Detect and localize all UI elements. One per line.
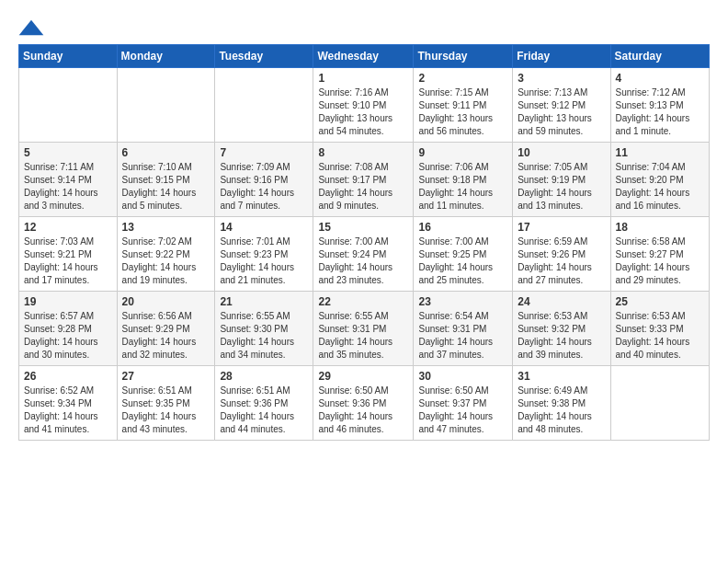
calendar-cell: 18Sunrise: 6:58 AM Sunset: 9:27 PM Dayli… bbox=[610, 217, 709, 292]
calendar-cell: 8Sunrise: 7:08 AM Sunset: 9:17 PM Daylig… bbox=[313, 143, 414, 217]
calendar-cell: 2Sunrise: 7:15 AM Sunset: 9:11 PM Daylig… bbox=[414, 68, 513, 143]
day-detail: Sunrise: 7:11 AM Sunset: 9:14 PM Dayligh… bbox=[24, 161, 112, 213]
calendar-cell: 23Sunrise: 6:54 AM Sunset: 9:31 PM Dayli… bbox=[414, 292, 513, 366]
calendar-cell: 10Sunrise: 7:05 AM Sunset: 9:19 PM Dayli… bbox=[513, 143, 610, 217]
day-detail: Sunrise: 6:49 AM Sunset: 9:38 PM Dayligh… bbox=[518, 385, 605, 436]
day-number: 5 bbox=[24, 146, 112, 159]
weekday-header-sunday: Sunday bbox=[19, 45, 118, 68]
day-detail: Sunrise: 6:53 AM Sunset: 9:32 PM Dayligh… bbox=[518, 310, 605, 362]
day-detail: Sunrise: 7:16 AM Sunset: 9:10 PM Dayligh… bbox=[318, 86, 408, 138]
weekday-header-row: SundayMondayTuesdayWednesdayThursdayFrid… bbox=[19, 45, 710, 68]
calendar-cell: 14Sunrise: 7:01 AM Sunset: 9:23 PM Dayli… bbox=[215, 217, 313, 292]
day-detail: Sunrise: 7:12 AM Sunset: 9:13 PM Dayligh… bbox=[616, 86, 704, 138]
day-detail: Sunrise: 7:08 AM Sunset: 9:17 PM Dayligh… bbox=[318, 161, 408, 213]
weekday-header-thursday: Thursday bbox=[414, 45, 513, 68]
calendar-cell: 11Sunrise: 7:04 AM Sunset: 9:20 PM Dayli… bbox=[610, 143, 709, 217]
calendar-table: SundayMondayTuesdayWednesdayThursdayFrid… bbox=[18, 44, 710, 441]
calendar-cell: 13Sunrise: 7:02 AM Sunset: 9:22 PM Dayli… bbox=[117, 217, 215, 292]
calendar-cell: 16Sunrise: 7:00 AM Sunset: 9:25 PM Dayli… bbox=[414, 217, 513, 292]
day-detail: Sunrise: 7:10 AM Sunset: 9:15 PM Dayligh… bbox=[122, 161, 210, 213]
day-number: 28 bbox=[220, 370, 308, 383]
day-detail: Sunrise: 6:51 AM Sunset: 9:36 PM Dayligh… bbox=[220, 385, 308, 436]
calendar-cell: 6Sunrise: 7:10 AM Sunset: 9:15 PM Daylig… bbox=[117, 143, 215, 217]
day-number: 29 bbox=[318, 370, 408, 383]
day-number: 25 bbox=[616, 295, 704, 308]
calendar-cell: 22Sunrise: 6:55 AM Sunset: 9:31 PM Dayli… bbox=[313, 292, 414, 366]
calendar-cell: 17Sunrise: 6:59 AM Sunset: 9:26 PM Dayli… bbox=[513, 217, 610, 292]
calendar-cell: 26Sunrise: 6:52 AM Sunset: 9:34 PM Dayli… bbox=[19, 366, 118, 441]
calendar-cell: 25Sunrise: 6:53 AM Sunset: 9:33 PM Dayli… bbox=[610, 292, 709, 366]
weekday-header-tuesday: Tuesday bbox=[215, 45, 313, 68]
day-number: 18 bbox=[616, 221, 704, 234]
day-number: 4 bbox=[616, 72, 704, 85]
day-number: 15 bbox=[318, 221, 408, 234]
day-detail: Sunrise: 6:50 AM Sunset: 9:36 PM Dayligh… bbox=[318, 385, 408, 436]
day-detail: Sunrise: 7:04 AM Sunset: 9:20 PM Dayligh… bbox=[616, 161, 704, 213]
calendar-cell: 30Sunrise: 6:50 AM Sunset: 9:37 PM Dayli… bbox=[414, 366, 513, 441]
calendar-cell: 9Sunrise: 7:06 AM Sunset: 9:18 PM Daylig… bbox=[414, 143, 513, 217]
day-detail: Sunrise: 6:54 AM Sunset: 9:31 PM Dayligh… bbox=[418, 310, 507, 362]
calendar-cell: 4Sunrise: 7:12 AM Sunset: 9:13 PM Daylig… bbox=[610, 68, 709, 143]
day-detail: Sunrise: 6:55 AM Sunset: 9:30 PM Dayligh… bbox=[220, 310, 308, 362]
day-detail: Sunrise: 7:05 AM Sunset: 9:19 PM Dayligh… bbox=[518, 161, 605, 213]
day-number: 3 bbox=[518, 72, 605, 85]
day-number: 30 bbox=[418, 370, 507, 383]
day-detail: Sunrise: 7:06 AM Sunset: 9:18 PM Dayligh… bbox=[418, 161, 507, 213]
day-number: 16 bbox=[418, 221, 507, 234]
calendar-cell: 15Sunrise: 7:00 AM Sunset: 9:24 PM Dayli… bbox=[313, 217, 414, 292]
day-detail: Sunrise: 6:55 AM Sunset: 9:31 PM Dayligh… bbox=[318, 310, 408, 362]
day-detail: Sunrise: 7:00 AM Sunset: 9:25 PM Dayligh… bbox=[418, 236, 507, 287]
svg-marker-0 bbox=[19, 20, 44, 36]
day-number: 21 bbox=[220, 295, 308, 308]
day-number: 12 bbox=[24, 221, 112, 234]
day-detail: Sunrise: 6:51 AM Sunset: 9:35 PM Dayligh… bbox=[122, 385, 210, 436]
day-detail: Sunrise: 7:09 AM Sunset: 9:16 PM Dayligh… bbox=[220, 161, 308, 213]
weekday-header-friday: Friday bbox=[513, 45, 610, 68]
day-number: 23 bbox=[418, 295, 507, 308]
calendar-cell: 31Sunrise: 6:49 AM Sunset: 9:38 PM Dayli… bbox=[513, 366, 610, 441]
calendar-cell: 29Sunrise: 6:50 AM Sunset: 9:36 PM Dayli… bbox=[313, 366, 414, 441]
calendar-cell: 24Sunrise: 6:53 AM Sunset: 9:32 PM Dayli… bbox=[513, 292, 610, 366]
day-number: 9 bbox=[418, 146, 507, 159]
weekday-header-saturday: Saturday bbox=[610, 45, 709, 68]
calendar-cell: 1Sunrise: 7:16 AM Sunset: 9:10 PM Daylig… bbox=[313, 68, 414, 143]
day-detail: Sunrise: 6:53 AM Sunset: 9:33 PM Dayligh… bbox=[616, 310, 704, 362]
header bbox=[18, 18, 710, 37]
day-detail: Sunrise: 6:52 AM Sunset: 9:34 PM Dayligh… bbox=[24, 385, 112, 436]
calendar-cell: 19Sunrise: 6:57 AM Sunset: 9:28 PM Dayli… bbox=[19, 292, 118, 366]
calendar-cell: 28Sunrise: 6:51 AM Sunset: 9:36 PM Dayli… bbox=[215, 366, 313, 441]
day-detail: Sunrise: 6:59 AM Sunset: 9:26 PM Dayligh… bbox=[518, 236, 605, 287]
day-number: 31 bbox=[518, 370, 605, 383]
calendar-cell: 7Sunrise: 7:09 AM Sunset: 9:16 PM Daylig… bbox=[215, 143, 313, 217]
day-detail: Sunrise: 6:58 AM Sunset: 9:27 PM Dayligh… bbox=[616, 236, 704, 287]
day-number: 17 bbox=[518, 221, 605, 234]
week-row-1: 1Sunrise: 7:16 AM Sunset: 9:10 PM Daylig… bbox=[19, 68, 710, 143]
calendar-cell: 5Sunrise: 7:11 AM Sunset: 9:14 PM Daylig… bbox=[19, 143, 118, 217]
day-number: 2 bbox=[418, 72, 507, 85]
calendar-cell: 3Sunrise: 7:13 AM Sunset: 9:12 PM Daylig… bbox=[513, 68, 610, 143]
day-number: 26 bbox=[24, 370, 112, 383]
day-number: 20 bbox=[122, 295, 210, 308]
calendar-cell bbox=[117, 68, 215, 143]
day-detail: Sunrise: 7:00 AM Sunset: 9:24 PM Dayligh… bbox=[318, 236, 408, 287]
week-row-3: 12Sunrise: 7:03 AM Sunset: 9:21 PM Dayli… bbox=[19, 217, 710, 292]
day-detail: Sunrise: 7:03 AM Sunset: 9:21 PM Dayligh… bbox=[24, 236, 112, 287]
day-number: 10 bbox=[518, 146, 605, 159]
page: SundayMondayTuesdayWednesdayThursdayFrid… bbox=[0, 0, 728, 450]
day-detail: Sunrise: 6:50 AM Sunset: 9:37 PM Dayligh… bbox=[418, 385, 507, 436]
calendar-cell: 12Sunrise: 7:03 AM Sunset: 9:21 PM Dayli… bbox=[19, 217, 118, 292]
day-detail: Sunrise: 7:02 AM Sunset: 9:22 PM Dayligh… bbox=[122, 236, 210, 287]
day-number: 1 bbox=[318, 72, 408, 85]
calendar-cell: 20Sunrise: 6:56 AM Sunset: 9:29 PM Dayli… bbox=[117, 292, 215, 366]
day-number: 27 bbox=[122, 370, 210, 383]
day-number: 8 bbox=[318, 146, 408, 159]
weekday-header-wednesday: Wednesday bbox=[313, 45, 414, 68]
calendar-cell bbox=[19, 68, 118, 143]
day-detail: Sunrise: 7:15 AM Sunset: 9:11 PM Dayligh… bbox=[418, 86, 507, 138]
day-detail: Sunrise: 6:56 AM Sunset: 9:29 PM Dayligh… bbox=[122, 310, 210, 362]
day-number: 6 bbox=[122, 146, 210, 159]
calendar-cell bbox=[610, 366, 709, 441]
weekday-header-monday: Monday bbox=[117, 45, 215, 68]
calendar-cell bbox=[215, 68, 313, 143]
day-number: 13 bbox=[122, 221, 210, 234]
